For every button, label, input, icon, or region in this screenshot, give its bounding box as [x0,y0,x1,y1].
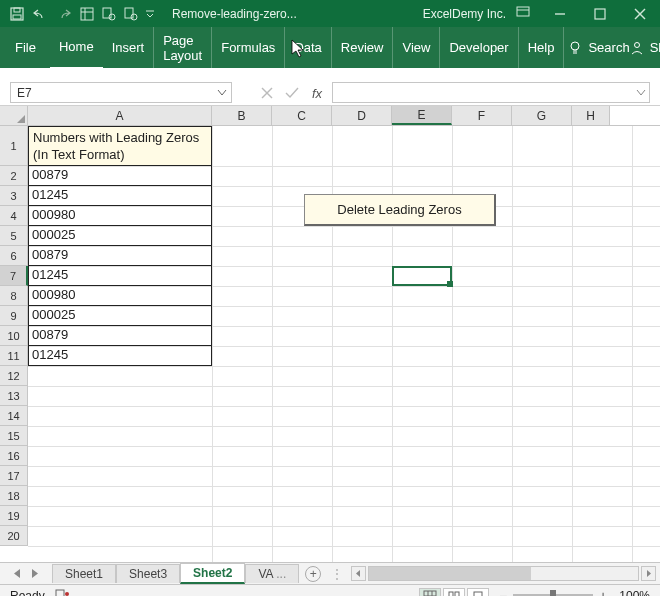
sheet-tabs-row: Sheet1 Sheet3 Sheet2 VA ... + ⋮ [0,562,660,584]
sheet-tab-sheet3[interactable]: Sheet3 [116,564,180,583]
col-header-E[interactable]: E [392,106,452,125]
row-header-19[interactable]: 19 [0,506,28,526]
view-normal-button[interactable] [419,588,441,597]
zoom-out-button[interactable]: − [499,588,507,597]
macro-record-icon[interactable] [55,588,69,596]
row-header-15[interactable]: 15 [0,426,28,446]
cell-A7[interactable]: 01245 [28,266,212,286]
cell-A11[interactable]: 01245 [28,346,212,366]
cell-A5[interactable]: 000025 [28,226,212,246]
row-header-16[interactable]: 16 [0,446,28,466]
cell-table-header[interactable]: Numbers with Leading Zeros (In Text Form… [28,126,212,166]
cancel-formula-icon[interactable] [262,86,272,101]
cell-A4[interactable]: 000980 [28,206,212,226]
tab-data[interactable]: Data [285,27,331,68]
undo-icon[interactable] [32,8,48,20]
hscroll-track[interactable] [368,566,639,581]
tab-nav-prev-icon[interactable] [14,567,21,581]
view-page-layout-button[interactable] [443,588,465,597]
search-tellme[interactable]: Search [568,40,629,55]
name-box[interactable]: E7 [10,82,232,103]
tab-insert[interactable]: Insert [103,27,155,68]
col-header-A[interactable]: A [28,106,212,125]
save-icon[interactable] [10,7,24,21]
col-header-C[interactable]: C [272,106,332,125]
view-page-break-button[interactable] [467,588,489,597]
formula-expand-icon[interactable] [637,90,645,96]
ribbon-display-icon[interactable] [516,6,530,21]
share-group[interactable]: Share [630,40,660,55]
col-header-F[interactable]: F [452,106,512,125]
row-header-11[interactable]: 11 [0,346,28,366]
row-header-7[interactable]: 7 [0,266,28,286]
row-header-13[interactable]: 13 [0,386,28,406]
tab-home[interactable]: Home [50,29,103,70]
row-header-8[interactable]: 8 [0,286,28,306]
tab-page-layout[interactable]: Page Layout [154,27,212,68]
sheet-tab-sheet1[interactable]: Sheet1 [52,564,116,583]
col-header-B[interactable]: B [212,106,272,125]
cell-A9[interactable]: 000025 [28,306,212,326]
row-header-1[interactable]: 1 [0,126,28,166]
tab-developer[interactable]: Developer [440,27,518,68]
close-button[interactable] [620,0,660,27]
row-header-14[interactable]: 14 [0,406,28,426]
zoom-in-button[interactable]: + [599,588,607,597]
formula-bar-row: E7 fx [0,82,660,106]
preview2-icon[interactable] [124,7,138,21]
tab-nav-next-icon[interactable] [31,567,38,581]
delete-leading-zeros-button[interactable]: Delete Leading Zeros [304,194,496,226]
row-header-10[interactable]: 10 [0,326,28,346]
hscroll-left-icon[interactable] [351,566,366,581]
svg-rect-31 [474,592,482,597]
selected-cell[interactable] [392,266,452,286]
tab-formulas[interactable]: Formulas [212,27,285,68]
add-sheet-button[interactable]: + [305,566,321,582]
fill-handle[interactable] [447,281,453,287]
horizontal-scrollbar[interactable] [347,566,660,581]
row-header-2[interactable]: 2 [0,166,28,186]
cell-A6[interactable]: 00879 [28,246,212,266]
share-label: Share [650,40,660,55]
hscroll-thumb[interactable] [369,567,530,580]
col-header-G[interactable]: G [512,106,572,125]
select-all-corner[interactable] [0,106,28,125]
cell-A8[interactable]: 000980 [28,286,212,306]
cell-A3[interactable]: 01245 [28,186,212,206]
row-header-12[interactable]: 12 [0,366,28,386]
zoom-level[interactable]: 100% [619,589,650,597]
tab-file[interactable]: File [6,27,50,68]
row-header-9[interactable]: 9 [0,306,28,326]
name-box-dropdown-icon[interactable] [213,90,231,96]
row-header-5[interactable]: 5 [0,226,28,246]
hscroll-right-icon[interactable] [641,566,656,581]
col-header-D[interactable]: D [332,106,392,125]
redo-icon[interactable] [56,8,72,20]
row-header-3[interactable]: 3 [0,186,28,206]
row-header-4[interactable]: 4 [0,206,28,226]
zoom-slider-thumb[interactable] [550,590,556,596]
tab-view[interactable]: View [393,27,440,68]
maximize-button[interactable] [580,0,620,27]
row-header-6[interactable]: 6 [0,246,28,266]
enter-formula-icon[interactable] [286,86,298,101]
spreadsheet-grid[interactable]: A B C D E F G H 1 2 3 4 5 6 7 8 9 10 11 … [0,106,660,562]
formula-bar[interactable] [332,82,650,103]
sheet-tab-va[interactable]: VA ... [245,564,299,583]
svg-point-20 [634,42,639,47]
cell-A10[interactable]: 00879 [28,326,212,346]
pivot-icon[interactable] [80,7,94,21]
sheet-tab-sheet2[interactable]: Sheet2 [180,563,245,584]
fx-icon[interactable]: fx [312,86,322,101]
cell-A2[interactable]: 00879 [28,166,212,186]
qat-more-icon[interactable] [146,9,154,19]
row-header-18[interactable]: 18 [0,486,28,506]
minimize-button[interactable] [540,0,580,27]
svg-rect-30 [455,592,459,597]
tab-help[interactable]: Help [519,27,565,68]
row-header-17[interactable]: 17 [0,466,28,486]
preview-icon[interactable] [102,7,116,21]
col-header-H[interactable]: H [572,106,610,125]
row-header-20[interactable]: 20 [0,526,28,546]
tab-review[interactable]: Review [332,27,394,68]
